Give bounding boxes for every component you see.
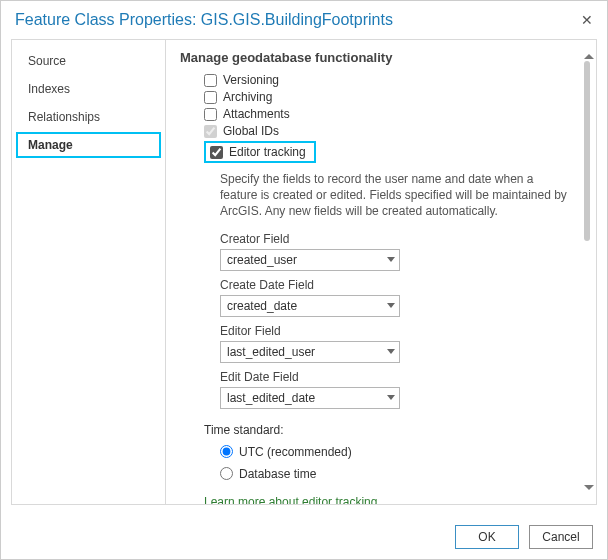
checkbox-editor-tracking-label: Editor tracking [229,145,306,159]
checkbox-editor-tracking[interactable]: Editor tracking [204,141,316,163]
editor-field-label: Editor Field [220,324,576,338]
chevron-down-icon [387,303,395,308]
field-selectors: Creator Field created_user Create Date F… [180,228,576,409]
scroll-up-region[interactable] [584,54,594,241]
edit-date-field-label: Edit Date Field [220,370,576,384]
radio-db-time[interactable]: Database time [220,467,576,481]
create-date-field-value: created_date [227,299,297,313]
close-icon[interactable]: ✕ [579,12,595,28]
time-standard-label: Time standard: [204,423,576,437]
scrollbar[interactable] [582,40,596,504]
radio-db-time-input[interactable] [220,467,233,480]
checkbox-archiving-input[interactable] [204,91,217,104]
create-date-field-label: Create Date Field [220,278,576,292]
ok-button[interactable]: OK [455,525,519,549]
radio-utc[interactable]: UTC (recommended) [220,445,576,459]
time-standard-radios: UTC (recommended) Database time [204,445,576,481]
checkbox-versioning[interactable]: Versioning [204,73,576,87]
chevron-down-icon [387,257,395,262]
editor-field-value: last_edited_user [227,345,315,359]
radio-utc-label: UTC (recommended) [239,445,352,459]
edit-date-field-value: last_edited_date [227,391,315,405]
chevron-up-icon [584,54,594,59]
checkbox-archiving-label: Archiving [223,90,272,104]
creator-field-value: created_user [227,253,297,267]
panel-heading: Manage geodatabase functionality [180,50,576,65]
edit-date-field-combo[interactable]: last_edited_date [220,387,400,409]
chevron-down-icon[interactable] [584,485,594,490]
editor-tracking-description: Specify the fields to record the user na… [180,167,576,228]
checkbox-versioning-label: Versioning [223,73,279,87]
checkbox-editor-tracking-input[interactable] [210,146,223,159]
sidebar-item-relationships[interactable]: Relationships [16,104,161,130]
titlebar: Feature Class Properties: GIS.GIS.Buildi… [1,1,607,35]
checkbox-attachments[interactable]: Attachments [204,107,576,121]
checkbox-global-ids: Global IDs [204,124,576,138]
chevron-down-icon [387,395,395,400]
time-standard-section: Time standard: UTC (recommended) Databas… [180,423,576,481]
dialog-footer: OK Cancel [455,525,593,549]
window-title: Feature Class Properties: GIS.GIS.Buildi… [15,11,393,29]
checkbox-global-ids-input [204,125,217,138]
checkbox-attachments-label: Attachments [223,107,290,121]
checkbox-versioning-input[interactable] [204,74,217,87]
checkbox-attachments-input[interactable] [204,108,217,121]
options-group: Versioning Archiving Attachments Global … [180,73,576,163]
cancel-button[interactable]: Cancel [529,525,593,549]
chevron-down-icon [387,349,395,354]
radio-db-time-label: Database time [239,467,316,481]
sidebar-item-manage[interactable]: Manage [16,132,161,158]
dialog-body: Source Indexes Relationships Manage Mana… [1,35,607,505]
radio-utc-input[interactable] [220,445,233,458]
learn-more-link[interactable]: Learn more about editor tracking [180,495,377,504]
checkbox-archiving[interactable]: Archiving [204,90,576,104]
panel-wrapper: Manage geodatabase functionality Version… [166,39,597,505]
manage-panel: Manage geodatabase functionality Version… [166,40,582,504]
create-date-field-combo[interactable]: created_date [220,295,400,317]
sidebar-item-source[interactable]: Source [16,48,161,74]
creator-field-combo[interactable]: created_user [220,249,400,271]
editor-field-combo[interactable]: last_edited_user [220,341,400,363]
sidebar: Source Indexes Relationships Manage [11,39,166,505]
checkbox-global-ids-label: Global IDs [223,124,279,138]
sidebar-item-indexes[interactable]: Indexes [16,76,161,102]
creator-field-label: Creator Field [220,232,576,246]
scroll-thumb[interactable] [584,61,590,241]
